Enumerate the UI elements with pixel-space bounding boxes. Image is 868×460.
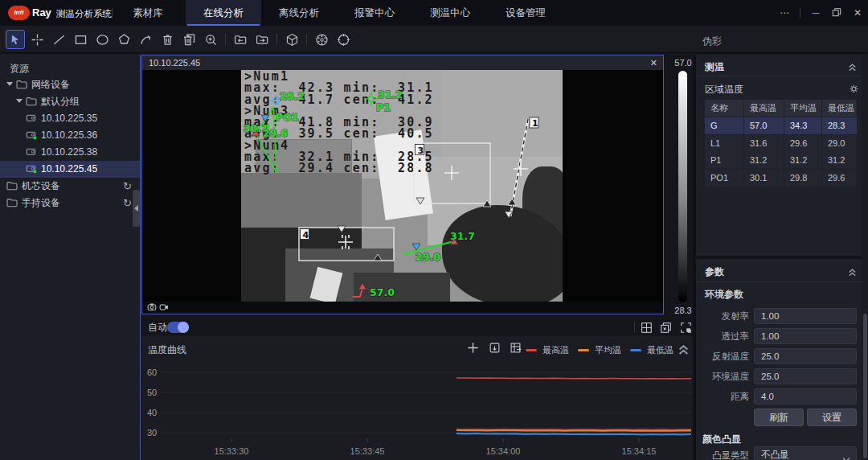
measure-rect-4[interactable] [299,228,394,261]
table-cell: 31.2 [784,152,821,169]
collapse-section-icon[interactable] [847,267,858,280]
divider [696,76,862,76]
collapse-section-icon[interactable] [847,62,858,75]
series-最低温 [457,433,691,434]
chart-panel: 温度曲线 最高温平均温最低温 6050403015:33:3015:33:451… [141,336,693,460]
param-label-反射温度: 反射温度 [701,351,749,363]
tree-item-label: 10.10.225.36 [41,129,97,141]
tab-报警中心[interactable]: 报警中心 [337,0,412,26]
collapse-chart-icon[interactable] [677,343,690,359]
import-tool-icon[interactable] [231,30,250,49]
refresh-icon[interactable]: ↻ [123,195,132,212]
point-tool-icon[interactable] [27,30,47,49]
refresh-button[interactable]: 刷新 [754,409,804,426]
legend-label-最高温[interactable]: 最高温 [542,344,569,356]
green-temp-label: 57.0 [370,286,395,298]
export-tool-icon[interactable] [252,30,272,49]
close-all-windows-icon[interactable] [659,321,673,337]
video-close-icon[interactable]: ✕ [650,55,657,70]
scrollbar-thumb[interactable] [863,314,867,458]
gear-icon[interactable] [849,84,859,97]
fullscreen-icon[interactable] [679,321,693,337]
toolbar-separator [225,34,226,45]
section-gap [696,256,862,259]
table-header-名称: 名称 [705,100,743,117]
highlight-type-dropdown[interactable]: 不凸显 [754,446,857,460]
chart-title: 温度曲线 [148,343,186,357]
tab-设备管理[interactable]: 设备管理 [488,0,563,26]
table-cell: 31.2 [822,152,857,169]
sidebar-item-10.10.225.45[interactable]: 10.10.225.45 [0,161,140,178]
param-input-反射温度[interactable]: 25.0 [754,348,857,364]
param-input-距离[interactable]: 4.0 [754,388,857,405]
zoom-tool-icon[interactable] [201,30,220,49]
add-curve-icon[interactable] [466,341,480,357]
tab-素材库[interactable]: 素材库 [110,0,186,26]
sidebar-item-网络设备[interactable]: 网络设备 [0,76,140,93]
series-overlay_red [457,429,691,430]
series-最高温 [457,378,691,379]
tree-item-label: 10.10.225.35 [41,113,97,124]
svg-text:50: 50 [147,388,157,397]
pseudo-color-label: 伪彩 [702,35,722,48]
table-cell: 29.6 [822,170,857,187]
table-cell: PO1 [705,170,743,187]
sidebar-item-机芯设备[interactable]: 机芯设备↻ [0,178,140,195]
table-cell: 30.1 [744,170,784,187]
sidebar-item-手持设备[interactable]: 手持设备↻ [0,195,140,212]
folder-icon [6,196,18,213]
sidebar-item-默认分组[interactable]: 默认分组 [0,93,140,110]
svg-text:4: 4 [303,230,309,240]
sidebar-item-10.10.225.35[interactable]: 10.10.225.35 [0,110,140,127]
app-title: 测温分析系统 [56,8,112,20]
cube-tool-icon[interactable] [282,30,301,49]
tab-测温中心[interactable]: 测温中心 [412,0,488,26]
minimize-button[interactable]: ─ [805,7,826,18]
legend-label-最低温[interactable]: 最低温 [647,344,674,356]
svg-text:40: 40 [147,408,157,417]
measurement-overlay[interactable]: 34128.231.2P1PO130.129.629.031.757.0 [142,70,663,302]
sidebar-item-10.10.225.36[interactable]: 10.10.225.36 [0,127,140,144]
caret-down-icon[interactable] [6,82,13,86]
palette-tool-icon[interactable] [312,30,331,49]
close-button[interactable]: ✕ [847,7,868,18]
snapshot-icon[interactable] [147,302,157,314]
sidebar-item-10.10.225.38[interactable]: 10.10.225.38 [0,144,140,161]
polygon-tool-icon[interactable] [114,30,133,49]
focus-tool-icon[interactable] [334,30,353,49]
trash-all-tool-icon[interactable] [179,30,199,49]
auto-toggle[interactable] [167,322,189,333]
refresh-icon[interactable]: ↻ [123,178,132,195]
trash-tool-icon[interactable] [158,30,177,49]
panel-scrollbar[interactable] [862,55,868,460]
tree-item-label: 网络设备 [31,79,70,90]
auto-label: 自动 [148,321,167,335]
param-input-透过率[interactable]: 1.00 [754,328,857,344]
tab-在线分析[interactable]: 在线分析 [186,0,261,26]
section-params-title: 参数 [705,265,724,279]
settings-button[interactable]: 设置 [807,409,857,426]
grid-layout-icon[interactable] [640,321,653,337]
green-temp-label: 28.2 [280,90,305,102]
ellipse-tool-icon[interactable] [92,30,112,49]
colorbar [678,71,687,302]
select-tool-icon[interactable] [6,30,25,49]
curve-tool-icon[interactable] [136,30,155,49]
app-window: Infi Ray 测温分析系统 素材库在线分析离线分析报警中心测温中心设备管理 … [0,0,868,460]
export-table-icon[interactable] [509,341,522,357]
param-input-环境温度[interactable]: 25.0 [754,368,857,384]
sidebar-collapse-handle[interactable] [133,190,140,227]
restore-button[interactable] [826,7,847,19]
caret-down-icon[interactable] [16,99,23,103]
rect-tool-icon[interactable] [71,30,90,49]
record-icon[interactable] [159,302,169,314]
table-header-平均温: 平均温 [784,100,821,117]
device-tree: 网络设备默认分组10.10.225.3510.10.225.3610.10.22… [0,76,140,212]
table-cell: 29.8 [784,170,821,187]
line-tool-icon[interactable] [49,30,68,49]
export-image-icon[interactable] [488,341,502,357]
legend-label-平均温[interactable]: 平均温 [595,344,621,356]
tab-离线分析[interactable]: 离线分析 [261,0,337,26]
more-menu-button[interactable]: ⋯ [774,7,795,18]
param-input-发射率[interactable]: 1.00 [754,308,857,324]
